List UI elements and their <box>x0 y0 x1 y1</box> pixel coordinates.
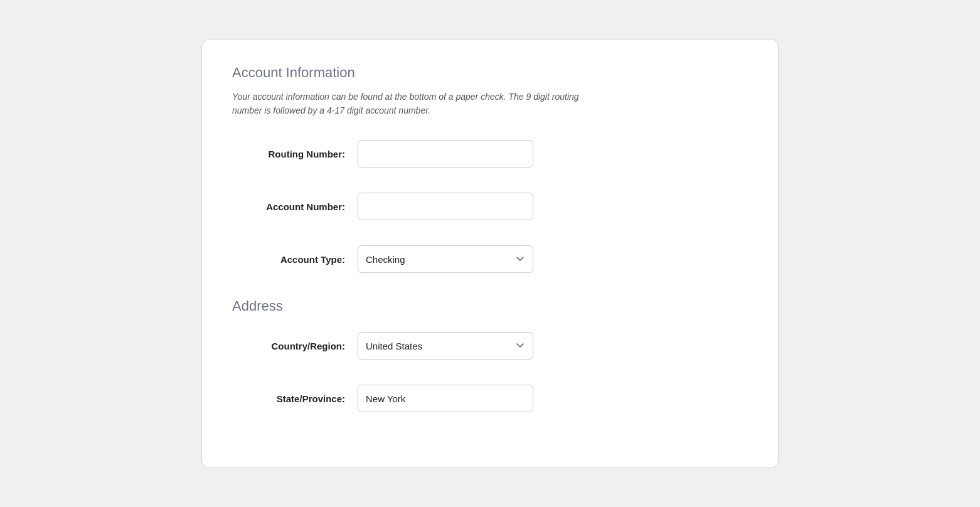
account-number-input[interactable] <box>358 193 533 220</box>
routing-number-row: Routing Number: <box>232 140 748 168</box>
address-section: Address Country/Region: United States Ca… <box>232 298 748 412</box>
state-province-label: State/Province: <box>232 393 358 404</box>
country-region-label: Country/Region: <box>232 341 358 351</box>
routing-number-label: Routing Number: <box>232 149 358 159</box>
account-info-description: Your account information can be found at… <box>232 90 583 118</box>
state-province-input[interactable] <box>358 385 533 412</box>
account-type-label: Account Type: <box>232 254 358 265</box>
account-type-row: Account Type: Checking Savings <box>232 245 748 273</box>
address-title: Address <box>232 298 748 314</box>
routing-number-input[interactable] <box>358 140 533 168</box>
account-type-select[interactable]: Checking Savings <box>358 245 533 273</box>
account-number-row: Account Number: <box>232 193 748 220</box>
account-number-label: Account Number: <box>232 201 358 212</box>
state-province-row: State/Province: <box>232 385 748 412</box>
main-card: Account Information Your account informa… <box>201 39 779 469</box>
account-info-title: Account Information <box>232 65 748 81</box>
country-region-row: Country/Region: United States Canada Uni… <box>232 332 748 360</box>
country-region-select[interactable]: United States Canada United Kingdom Aust… <box>358 332 533 360</box>
account-info-section: Account Information Your account informa… <box>232 65 748 274</box>
